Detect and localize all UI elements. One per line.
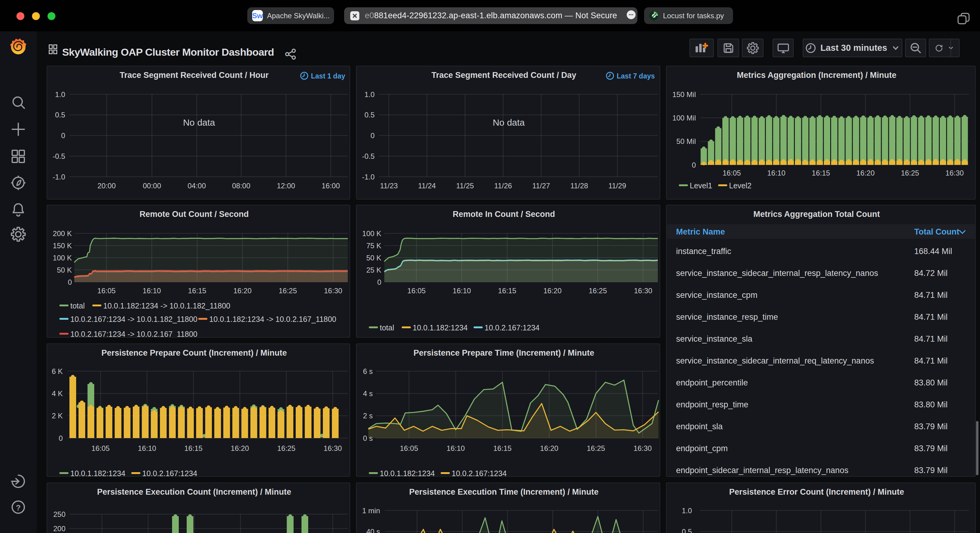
svg-text:50 K: 50 K: [57, 266, 72, 274]
svg-text:16:30: 16:30: [324, 287, 342, 295]
svg-text:Level2: Level2: [729, 181, 752, 190]
svg-text:10.0.2.167:1234: 10.0.2.167:1234: [485, 324, 539, 332]
svg-text:16:15: 16:15: [184, 444, 202, 452]
svg-text:11/28: 11/28: [570, 182, 588, 190]
svg-text:endpoint_resp_time: endpoint_resp_time: [676, 400, 748, 409]
svg-text:1.0: 1.0: [682, 506, 692, 515]
svg-text:16:10: 16:10: [767, 169, 785, 177]
svg-text:11/29: 11/29: [608, 182, 626, 190]
svg-text:16:15: 16:15: [493, 444, 512, 452]
svg-text:16:20: 16:20: [856, 169, 875, 177]
svg-text:200: 200: [53, 525, 65, 533]
svg-text:150 Mil: 150 Mil: [672, 90, 696, 98]
svg-text:0: 0: [371, 132, 375, 140]
svg-text:16:20: 16:20: [231, 444, 249, 452]
svg-text:83.79 Mil: 83.79 Mil: [914, 444, 948, 453]
svg-text:16:15: 16:15: [498, 287, 516, 295]
svg-text:250: 250: [53, 510, 65, 519]
svg-text:16:05: 16:05: [91, 444, 110, 452]
svg-text:20:00: 20:00: [97, 182, 116, 190]
svg-text:12:00: 12:00: [277, 182, 295, 190]
svg-text:04:00: 04:00: [188, 182, 206, 190]
svg-text:83.79 Mil: 83.79 Mil: [914, 466, 948, 475]
svg-text:83.80 Mil: 83.80 Mil: [914, 400, 948, 409]
svg-text:16:25: 16:25: [589, 287, 607, 295]
svg-text:11/25: 11/25: [456, 182, 474, 190]
svg-text:?: ?: [16, 503, 21, 512]
svg-text:10.0.2.167:1234 -> 10.0.1.182_: 10.0.2.167:1234 -> 10.0.1.182_11800: [70, 315, 197, 324]
svg-text:84.71 Mil: 84.71 Mil: [914, 313, 948, 322]
svg-text:endpoint_percentile: endpoint_percentile: [676, 378, 748, 387]
svg-text:4 K: 4 K: [52, 389, 63, 398]
svg-text:0: 0: [61, 132, 65, 140]
svg-text:83.79 Mil: 83.79 Mil: [914, 422, 948, 431]
svg-text:16:10: 16:10: [138, 444, 156, 452]
svg-text:16:20: 16:20: [543, 287, 562, 295]
svg-text:16:20: 16:20: [540, 444, 558, 452]
svg-text:service_instance_sla: service_instance_sla: [676, 334, 753, 343]
svg-text:16:25: 16:25: [901, 169, 919, 177]
svg-text:service_instance_sidecar_inter: service_instance_sidecar_internal_req_la…: [676, 356, 874, 365]
svg-text:10.0.1.182:1234: 10.0.1.182:1234: [70, 469, 126, 477]
svg-text:2 K: 2 K: [52, 412, 63, 420]
svg-text:10.0.1.182:1234 -> 10.0.1.182_: 10.0.1.182:1234 -> 10.0.1.182_11800: [103, 301, 230, 310]
svg-text:75 K: 75 K: [366, 241, 381, 250]
svg-text:0: 0: [59, 434, 63, 443]
svg-text:11/23: 11/23: [380, 182, 398, 190]
svg-text:-0.5: -0.5: [362, 152, 375, 160]
svg-text:84.71 Mil: 84.71 Mil: [914, 356, 948, 365]
svg-text:0.5: 0.5: [682, 528, 692, 533]
svg-text:service_instance_sidecar_inter: service_instance_sidecar_internal_resp_l…: [676, 269, 878, 278]
svg-text:00:00: 00:00: [143, 182, 161, 190]
svg-text:10.0.2.167:1234: 10.0.2.167:1234: [452, 469, 507, 477]
svg-text:200 K: 200 K: [52, 229, 72, 238]
svg-text:0.5: 0.5: [55, 111, 65, 119]
svg-text:Last 7 days: Last 7 days: [617, 72, 655, 80]
svg-text:150 K: 150 K: [52, 241, 72, 250]
svg-text:16:00: 16:00: [321, 182, 340, 190]
svg-text:-0.5: -0.5: [52, 152, 65, 160]
svg-text:-1.0: -1.0: [52, 173, 65, 181]
svg-text:16:30: 16:30: [946, 169, 964, 177]
svg-text:service_instance_resp_time: service_instance_resp_time: [676, 313, 778, 322]
svg-text:16:05: 16:05: [723, 169, 741, 177]
svg-text:84.71 Mil: 84.71 Mil: [914, 334, 948, 343]
svg-text:10.0.1.182:1234 -> 10.0.2.167_: 10.0.1.182:1234 -> 10.0.2.167_11800: [209, 315, 336, 324]
svg-text:1 min: 1 min: [362, 506, 380, 515]
svg-text:11/27: 11/27: [532, 182, 550, 190]
svg-text:11/26: 11/26: [494, 182, 512, 190]
svg-text:10.0.2.167:1234 -> 10.0.2.167_: 10.0.2.167:1234 -> 10.0.2.167_11800: [70, 330, 197, 338]
svg-text:instance_traffic: instance_traffic: [676, 247, 731, 256]
svg-text:endpoint_cpm: endpoint_cpm: [676, 444, 728, 453]
svg-text:-1.0: -1.0: [362, 173, 375, 181]
svg-text:100 K: 100 K: [362, 229, 381, 238]
svg-text:100 K: 100 K: [52, 254, 72, 262]
svg-text:total: total: [70, 301, 85, 310]
svg-text:10.0.2.167:1234: 10.0.2.167:1234: [142, 469, 197, 477]
svg-text:16:15: 16:15: [812, 169, 830, 177]
svg-text:84.71 Mil: 84.71 Mil: [914, 290, 948, 300]
svg-text:1.0: 1.0: [55, 90, 65, 98]
svg-text:16:10: 16:10: [143, 287, 161, 295]
svg-text:16:20: 16:20: [233, 287, 251, 295]
svg-text:40 s: 40 s: [366, 528, 380, 533]
svg-text:Metric Name: Metric Name: [676, 227, 725, 236]
svg-text:2 s: 2 s: [363, 412, 373, 420]
svg-text:6 s: 6 s: [363, 367, 373, 375]
svg-text:service_instance_cpm: service_instance_cpm: [676, 290, 757, 300]
svg-text:16:10: 16:10: [447, 444, 465, 452]
svg-text:16:15: 16:15: [188, 287, 206, 295]
svg-text:0: 0: [68, 278, 72, 286]
svg-text:100 Mil: 100 Mil: [672, 114, 696, 122]
svg-text:Level1: Level1: [690, 181, 712, 190]
svg-text:Total Count: Total Count: [914, 227, 959, 236]
svg-text:84.72 Mil: 84.72 Mil: [914, 269, 948, 278]
svg-text:Last 1 day: Last 1 day: [311, 72, 345, 80]
svg-text:16:30: 16:30: [633, 444, 652, 452]
svg-text:16:05: 16:05: [407, 287, 426, 295]
svg-text:total: total: [380, 324, 394, 332]
svg-text:0.5: 0.5: [364, 111, 375, 119]
svg-text:10.0.1.182:1234: 10.0.1.182:1234: [380, 469, 435, 477]
svg-text:4 s: 4 s: [363, 389, 373, 398]
svg-text:16:05: 16:05: [400, 444, 418, 452]
